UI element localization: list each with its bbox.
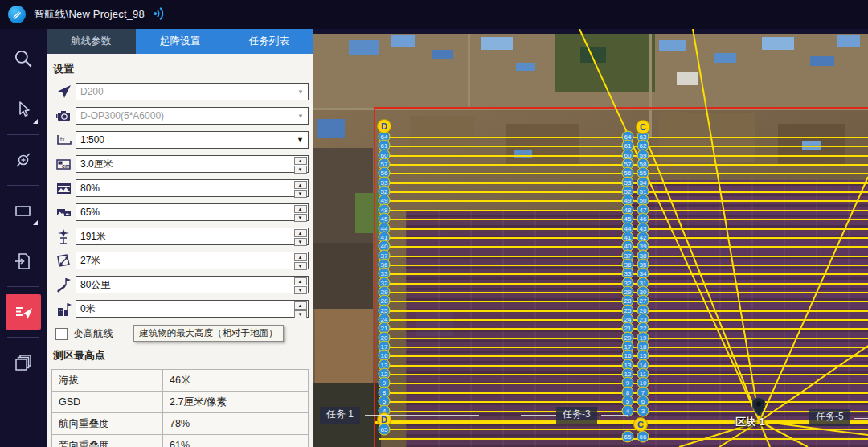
import-icon	[13, 251, 34, 272]
tab-task-list[interactable]: 任务列表	[224, 29, 313, 54]
spinner-buttons[interactable]: ▲▼	[293, 228, 307, 244]
tool-expand-corner	[33, 119, 38, 124]
gsd-input[interactable]: 3.0厘米▲▼	[76, 155, 309, 173]
spin-up-icon: ▲	[294, 301, 307, 310]
variable-height-label: 变高航线	[73, 327, 113, 341]
waypoint-marker[interactable]: 65	[622, 431, 634, 443]
svg-text:cm: cm	[62, 163, 70, 169]
camera-select[interactable]: D-OP300(5*A6000)▼	[76, 107, 309, 125]
scale-row: tx 1:500▼	[51, 131, 309, 149]
margin-row: 27米▲▼	[51, 252, 309, 269]
spin-down-icon: ▼	[294, 286, 307, 294]
stat-label: 航向重叠度	[52, 413, 163, 435]
select-tool[interactable]	[6, 92, 41, 127]
gsd-icon: cm	[51, 155, 76, 173]
flight-plan-tool[interactable]	[6, 294, 41, 330]
rectangle-icon	[13, 200, 34, 221]
tool-expand-corner	[33, 220, 38, 225]
svg-text:tx: tx	[60, 137, 65, 142]
building-height-tooltip: 建筑物的最大高度（相对于地面）	[133, 325, 284, 342]
search-tool[interactable]	[6, 41, 41, 76]
scale-select[interactable]: 1:500▼	[76, 131, 309, 149]
import-tool[interactable]	[6, 244, 41, 279]
toolbar-divider	[7, 185, 39, 186]
map-canvas[interactable]: 6461605756535249484544414037363332292825…	[313, 29, 868, 447]
aircraft-select[interactable]: D200▼	[76, 83, 309, 100]
route-length-row: 80公里▲▼	[51, 276, 309, 293]
diagonal-lines-overlay	[313, 29, 868, 447]
tab-takeoff-landing[interactable]: 起降设置	[136, 29, 225, 54]
stat-value: 46米	[163, 370, 309, 392]
building-height-input[interactable]: 0米▲▼	[76, 300, 309, 318]
table-row: 海拔46米	[52, 370, 309, 392]
chevron-down-icon: ▼	[293, 88, 308, 96]
side-overlap-input[interactable]: 65%▲▼	[76, 203, 309, 221]
building-height-row: 0米▲▼	[51, 300, 309, 318]
spin-up-icon: ▲	[294, 253, 307, 261]
signal-icon	[149, 4, 170, 26]
toolbar-divider	[7, 134, 39, 135]
camera-row: D-OP300(5*A6000)▼	[51, 107, 309, 125]
task-label[interactable]: 任务-5	[809, 409, 850, 426]
spinner-buttons[interactable]: ▲▼	[293, 252, 307, 269]
search-icon	[12, 47, 35, 70]
zoom-drag-tool[interactable]	[6, 142, 41, 178]
route-length-input[interactable]: 80公里▲▼	[76, 276, 309, 293]
spin-down-icon: ▼	[294, 238, 307, 246]
forward-overlap-input[interactable]: 80%▲▼	[76, 179, 309, 197]
settings-section-title: 设置	[53, 62, 309, 76]
spinner-buttons[interactable]: ▲▼	[293, 204, 307, 220]
spinner-buttons[interactable]: ▲▼	[293, 301, 307, 317]
spinner-buttons[interactable]: ▲▼	[293, 277, 307, 293]
block-label[interactable]: 区块 1	[735, 415, 765, 429]
aircraft-icon	[51, 83, 76, 100]
margin-icon	[51, 252, 76, 269]
drone-app-icon	[8, 6, 26, 23]
flight-height-row: 191米▲▼	[51, 228, 309, 245]
route-anchor-marker[interactable]: C	[633, 417, 648, 432]
left-toolbar	[0, 29, 47, 447]
layers-tool[interactable]	[6, 345, 41, 380]
stat-label: GSD	[52, 392, 163, 413]
waypoint-marker[interactable]: 65	[379, 424, 391, 436]
flight-height-input[interactable]: 191米▲▼	[76, 228, 309, 245]
panel-tabs: 航线参数 起降设置 任务列表	[47, 29, 313, 54]
margin-input[interactable]: 27米▲▼	[76, 252, 309, 269]
side-overlap-icon	[51, 203, 76, 221]
building-height-icon	[51, 300, 76, 318]
spinner-buttons[interactable]: ▲▼	[293, 156, 307, 172]
spin-up-icon: ▲	[294, 157, 307, 165]
chevron-down-icon: ▼	[293, 113, 308, 120]
task-label[interactable]: 任务-3	[556, 407, 597, 424]
route-anchor-marker[interactable]: C	[636, 120, 650, 134]
layers-icon	[13, 352, 34, 373]
waypoint-marker[interactable]: 3	[637, 404, 649, 416]
task-label[interactable]: 任务 1	[320, 407, 360, 424]
variable-height-checkbox[interactable]	[55, 328, 68, 340]
stat-value: 78%	[163, 413, 309, 435]
spin-down-icon: ▼	[294, 166, 307, 174]
route-anchor-marker[interactable]: D	[377, 119, 391, 133]
label-leader-line	[601, 415, 628, 416]
zoom-drag-icon	[13, 150, 34, 170]
forward-overlap-icon	[51, 179, 76, 197]
spin-up-icon: ▲	[294, 181, 307, 189]
spin-down-icon: ▼	[294, 190, 307, 198]
toolbar-divider	[7, 337, 39, 338]
stat-label: 旁向重叠度	[52, 435, 163, 447]
tab-route-parameters[interactable]: 航线参数	[47, 29, 136, 54]
spin-up-icon: ▲	[294, 205, 307, 213]
highest-point-table: 海拔46米 GSD2.7厘米/像素 航向重叠度78% 旁向重叠度61%	[51, 369, 309, 447]
waypoint-marker[interactable]: 66	[637, 431, 649, 443]
table-row: GSD2.7厘米/像素	[52, 392, 309, 413]
spin-up-icon: ▲	[294, 229, 307, 237]
route-length-icon	[51, 276, 76, 293]
rectangle-tool[interactable]	[6, 193, 41, 228]
side-overlap-row: 65%▲▼	[51, 203, 309, 221]
cursor-icon	[13, 99, 34, 120]
stat-label: 海拔	[52, 370, 163, 392]
title-bar: 智航线\New Project_98	[0, 0, 868, 29]
spinner-buttons[interactable]: ▲▼	[293, 180, 307, 196]
label-leader-line	[365, 415, 479, 416]
forward-overlap-row: 80%▲▼	[51, 179, 309, 197]
